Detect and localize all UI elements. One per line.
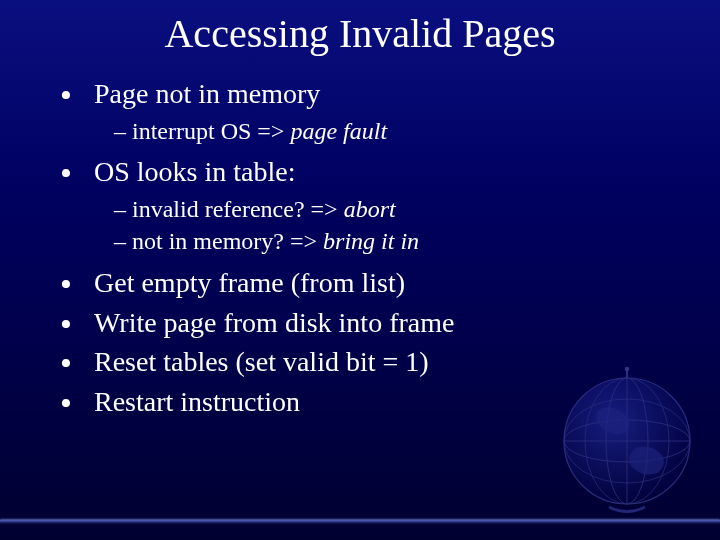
bullet-text: OS looks in table: [94,156,295,187]
bullet-text: Page not in memory [94,78,320,109]
bullet-text: Write page from disk into frame [94,307,454,338]
sub-list: interrupt OS => page fault [94,115,720,147]
bullet-item: Get empty frame (from list) [60,264,720,302]
sub-text: interrupt OS => [132,118,290,144]
sub-text: not in memory? => [132,228,323,254]
bullet-text: Restart instruction [94,386,300,417]
sub-italic: abort [344,196,396,222]
globe-icon [552,366,702,516]
sub-italic: bring it in [323,228,419,254]
bullet-text: Reset tables (set valid bit = 1) [94,346,429,377]
slide: Accessing Invalid Pages Page not in memo… [0,0,720,540]
bullet-text: Get empty frame (from list) [94,267,405,298]
slide-title: Accessing Invalid Pages [0,0,720,57]
sub-item: not in memory? => bring it in [114,225,720,257]
svg-point-8 [625,367,630,372]
sub-item: interrupt OS => page fault [114,115,720,147]
footer-divider [0,520,720,524]
bullet-item: Page not in memory interrupt OS => page … [60,75,720,147]
sub-list: invalid reference? => abort not in memor… [94,193,720,258]
bullet-item: Write page from disk into frame [60,304,720,342]
bullet-item: OS looks in table: invalid reference? =>… [60,153,720,258]
sub-text: invalid reference? => [132,196,344,222]
sub-item: invalid reference? => abort [114,193,720,225]
sub-italic: page fault [290,118,387,144]
